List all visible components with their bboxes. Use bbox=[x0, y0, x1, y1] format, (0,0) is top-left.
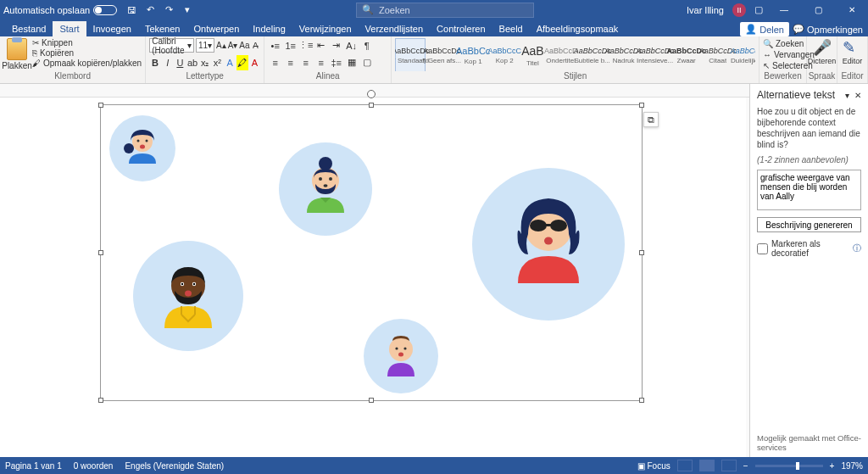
grow-font-button[interactable]: A▴ bbox=[216, 38, 226, 53]
tab-design[interactable]: Ontwerpen bbox=[186, 21, 246, 36]
font-size-select[interactable]: 11▾ bbox=[196, 38, 214, 53]
generate-description-button[interactable]: Beschrijving genereren bbox=[757, 217, 861, 232]
print-layout-button[interactable] bbox=[699, 460, 715, 471]
tab-home[interactable]: Start bbox=[53, 21, 86, 36]
resize-handle-bm[interactable] bbox=[369, 398, 374, 403]
show-marks-button[interactable]: ¶ bbox=[359, 38, 374, 53]
comments-button[interactable]: 💬Opmerkingen bbox=[793, 24, 863, 35]
style-item[interactable]: AaBbCcDcDuidelijk c... bbox=[734, 38, 755, 71]
tab-view[interactable]: Beeld bbox=[492, 21, 530, 36]
ribbon-display-icon[interactable]: ▢ bbox=[754, 4, 763, 15]
style-item[interactable]: AaBbCcKop 1 bbox=[458, 38, 488, 71]
decrease-indent-button[interactable]: ⇤ bbox=[314, 38, 328, 53]
search-box[interactable]: 🔍 Zoeken bbox=[356, 3, 534, 18]
resize-handle-tl[interactable] bbox=[98, 103, 103, 108]
style-item[interactable]: AaBbCcDcZwaar bbox=[671, 38, 702, 71]
decorative-checkbox[interactable]: Markeren als decoratief ⓘ bbox=[757, 239, 861, 258]
qat-dropdown-icon[interactable]: ▾ bbox=[181, 4, 193, 16]
font-name-select[interactable]: Calibri (Hoofdte▾ bbox=[149, 38, 194, 53]
web-layout-button[interactable] bbox=[721, 460, 737, 471]
zoom-in-button[interactable]: + bbox=[830, 461, 835, 471]
style-item[interactable]: AaBbCcDOndertitel bbox=[546, 38, 576, 71]
redo-icon[interactable]: ↷ bbox=[163, 4, 175, 16]
page[interactable]: ⧉ bbox=[0, 98, 746, 457]
tab-review[interactable]: Controleren bbox=[430, 21, 492, 36]
align-left-button[interactable]: ≡ bbox=[268, 55, 282, 70]
style-item[interactable]: AaBbCcDcNadruk bbox=[609, 38, 639, 71]
italic-button[interactable]: I bbox=[162, 55, 174, 70]
zoom-out-button[interactable]: − bbox=[743, 461, 748, 471]
line-spacing-button[interactable]: ‡≡ bbox=[329, 55, 343, 70]
style-item[interactable]: AaBbCcDc¶ Standaard bbox=[395, 38, 426, 71]
rotate-handle[interactable] bbox=[367, 90, 376, 98]
style-item[interactable]: AaBbCcDcSubtiele b... bbox=[577, 38, 608, 71]
dictate-button[interactable]: 🎤 Dicteren bbox=[808, 38, 837, 65]
tab-draw[interactable]: Tekenen bbox=[138, 21, 187, 36]
highlight-button[interactable]: 🖍 bbox=[236, 55, 248, 70]
chevron-down-icon[interactable]: ▾ bbox=[845, 91, 849, 100]
clear-formatting-button[interactable]: A̶ bbox=[252, 38, 261, 53]
resize-handle-br[interactable] bbox=[639, 398, 644, 403]
paste-button[interactable]: Plakken bbox=[3, 38, 31, 70]
change-case-button[interactable]: Aa bbox=[239, 38, 249, 53]
tab-insert[interactable]: Invoegen bbox=[86, 21, 138, 36]
style-item[interactable]: AaBbCcDc¶ Geen afs... bbox=[426, 38, 457, 71]
styles-gallery[interactable]: AaBbCcDc¶ StandaardAaBbCcDc¶ Geen afs...… bbox=[395, 38, 755, 71]
justify-button[interactable]: ≡ bbox=[314, 55, 328, 70]
resize-handle-ml[interactable] bbox=[98, 250, 103, 255]
tab-mailings[interactable]: Verzendlijsten bbox=[359, 21, 431, 36]
style-item[interactable]: AaBbCcDcIntensieve... bbox=[640, 38, 670, 71]
text-effects-button[interactable]: A bbox=[224, 55, 236, 70]
save-icon[interactable]: 🖫 bbox=[125, 4, 137, 16]
copy-button[interactable]: ⎘Kopiëren bbox=[32, 48, 142, 58]
tab-references[interactable]: Verwijzingen bbox=[292, 21, 359, 36]
shading-button[interactable]: ▦ bbox=[344, 55, 359, 70]
style-item[interactable]: AaBbCcDcCitaat bbox=[703, 38, 733, 71]
word-count[interactable]: 0 woorden bbox=[74, 461, 114, 471]
borders-button[interactable]: ▢ bbox=[359, 55, 374, 70]
close-pane-icon[interactable]: ✕ bbox=[854, 91, 861, 100]
focus-mode[interactable]: ▣Focus bbox=[637, 461, 670, 471]
language-indicator[interactable]: Engels (Verenigde Staten) bbox=[125, 461, 224, 471]
info-icon[interactable]: ⓘ bbox=[853, 243, 861, 254]
style-item[interactable]: AaBbCcCKop 2 bbox=[489, 38, 520, 71]
bullets-button[interactable]: •≡ bbox=[268, 38, 282, 53]
autosave-toggle[interactable]: Automatisch opslaan bbox=[3, 5, 117, 15]
superscript-button[interactable]: x² bbox=[212, 55, 224, 70]
subscript-button[interactable]: x₂ bbox=[199, 55, 211, 70]
tab-picture-format[interactable]: Afbeeldingsopmaak bbox=[530, 21, 626, 36]
share-button[interactable]: 👤Delen bbox=[740, 22, 789, 36]
multilevel-button[interactable]: ⋮≡ bbox=[298, 38, 313, 53]
font-color-button[interactable]: A bbox=[249, 55, 261, 70]
decorative-checkbox-input[interactable] bbox=[757, 243, 768, 254]
style-item[interactable]: AaBTitel bbox=[520, 38, 544, 71]
strikethrough-button[interactable]: ab bbox=[186, 55, 198, 70]
sort-button[interactable]: A↓ bbox=[344, 38, 359, 53]
resize-handle-tm[interactable] bbox=[369, 103, 374, 108]
resize-handle-bl[interactable] bbox=[98, 398, 103, 403]
resize-handle-tr[interactable] bbox=[639, 103, 644, 108]
underline-button[interactable]: U bbox=[175, 55, 186, 70]
select-button[interactable]: ↖Selecteren bbox=[763, 60, 803, 71]
editor-button[interactable]: ✎ Editor bbox=[843, 38, 863, 65]
increase-indent-button[interactable]: ⇥ bbox=[329, 38, 343, 53]
user-name[interactable]: Ivar Illing bbox=[687, 5, 724, 15]
align-center-button[interactable]: ≡ bbox=[283, 55, 298, 70]
tab-file[interactable]: Bestand bbox=[5, 21, 53, 36]
layout-options-button[interactable]: ⧉ bbox=[643, 112, 659, 127]
bold-button[interactable]: B bbox=[149, 55, 161, 70]
minimize-button[interactable]: — bbox=[771, 0, 797, 20]
close-button[interactable]: ✕ bbox=[839, 0, 865, 20]
zoom-level[interactable]: 197% bbox=[841, 461, 863, 471]
read-mode-button[interactable] bbox=[677, 460, 693, 471]
resize-handle-mr[interactable] bbox=[639, 250, 644, 255]
cut-button[interactable]: ✂Knippen bbox=[32, 38, 142, 47]
toggle-switch-icon[interactable] bbox=[93, 5, 117, 15]
zoom-slider[interactable] bbox=[755, 465, 823, 467]
tab-layout[interactable]: Indeling bbox=[246, 21, 292, 36]
maximize-button[interactable]: ▢ bbox=[805, 0, 831, 20]
shrink-font-button[interactable]: A▾ bbox=[228, 38, 238, 53]
alt-text-input[interactable]: grafische weergave van mensen die blij w… bbox=[757, 170, 861, 210]
align-right-button[interactable]: ≡ bbox=[298, 55, 313, 70]
user-avatar[interactable]: II bbox=[732, 3, 746, 17]
